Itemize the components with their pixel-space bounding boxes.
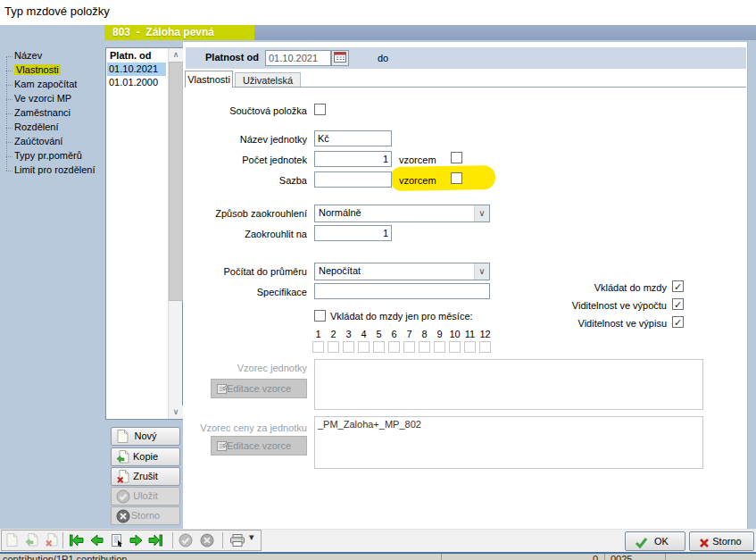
status-code: 0025 — [611, 554, 632, 560]
scroll-up-icon[interactable]: ∧ — [169, 48, 183, 62]
print-icon[interactable] — [229, 533, 245, 549]
rate-label: Sazba — [129, 175, 307, 186]
calendar-icon — [334, 54, 346, 64]
rounding-method-label: Způsob zaokrouhlení — [129, 208, 307, 219]
specification-input[interactable] — [314, 283, 490, 299]
tab-uzivatelska[interactable]: Uživatelská — [235, 72, 301, 88]
sidebar-item-typy-pr-pomeru[interactable]: Typy pr.poměrů — [6, 149, 103, 163]
validity-from-label: Platnost od — [205, 52, 259, 63]
save-record-button: Uložit — [111, 487, 180, 506]
average-select[interactable]: Nepočítat ∨ — [314, 263, 490, 280]
month-checkbox-3 — [343, 341, 354, 353]
month-number: 6 — [387, 329, 401, 339]
ok-check-icon — [635, 536, 648, 554]
month-checkbox-4 — [358, 341, 370, 353]
status-bar: contribution/1P1 contribution 0 0025 — [0, 552, 756, 560]
first-record-icon[interactable] — [69, 533, 84, 549]
sidebar-item-vlastnosti[interactable]: Vlastnosti — [6, 63, 103, 78]
status-separator — [604, 554, 605, 560]
month-number: 4 — [357, 329, 370, 339]
sidebar-item-limit-pro-rozdeleni[interactable]: Limit pro rozdělení — [6, 163, 103, 178]
month-number: 2 — [327, 329, 340, 339]
month-number: 8 — [418, 329, 431, 339]
months-enable-checkbox[interactable] — [314, 310, 326, 322]
rate-formula-checkbox[interactable] — [451, 172, 462, 184]
check-icon: ✓ — [674, 317, 682, 328]
visibility-calc-label: Viditelnost ve výpočtu — [488, 300, 667, 311]
delete-record-button[interactable]: Zrušit — [111, 467, 180, 486]
toolbar-separator — [172, 532, 173, 548]
calendar-button[interactable] — [331, 50, 349, 66]
sum-item-checkbox[interactable] — [314, 104, 326, 115]
month-checkbox-6 — [388, 341, 400, 353]
month-number: 1 — [312, 329, 325, 339]
prev-record-icon[interactable] — [89, 533, 104, 549]
storno-x-icon — [699, 536, 710, 554]
visibility-print-checkbox[interactable]: ✓ — [672, 316, 684, 328]
month-checkbox-2 — [328, 341, 339, 353]
tab-vlastnosti[interactable]: Vlastnosti — [185, 71, 233, 88]
month-checkbox-5 — [373, 341, 385, 353]
rounding-method-value: Normálně — [319, 207, 361, 218]
ok-button[interactable]: OK — [625, 531, 685, 551]
visibility-print-label: Viditelnost ve výpisu — [488, 318, 667, 329]
sidebar-item-zamestnanci[interactable]: Zaměstnanci — [6, 106, 103, 121]
month-checkbox-8 — [419, 341, 430, 353]
round-to-input[interactable] — [314, 225, 392, 241]
sidebar-item-rozdeleni[interactable]: Rozdělení — [6, 121, 103, 135]
storno-button[interactable]: Storno — [689, 531, 754, 551]
unit-count-formula-checkbox[interactable] — [451, 152, 462, 163]
sidebar-tree: Název Vlastnosti Kam započítat Ve vzorci… — [6, 49, 103, 178]
validity-from-date-input[interactable] — [265, 50, 331, 66]
unit-count-formula-label: vzorcem — [399, 155, 436, 165]
toolbar-separator — [222, 532, 223, 548]
delete-page-icon — [116, 470, 129, 489]
toolbar-new-icon — [5, 533, 18, 548]
unit-name-input[interactable] — [314, 130, 392, 146]
tab-divider — [185, 87, 746, 88]
cancel-x-icon — [116, 509, 130, 529]
copy-record-button[interactable]: Kopie — [111, 447, 180, 466]
average-label: Počítat do průměru — [129, 266, 307, 277]
month-number: 3 — [342, 329, 355, 339]
sidebar-item-ve-vzorci-mp[interactable]: Ve vzorci MP — [6, 92, 103, 106]
visibility-calc-checkbox[interactable]: ✓ — [672, 298, 684, 310]
rounding-method-select[interactable]: Normálně ∨ — [314, 205, 490, 222]
next-record-icon[interactable] — [129, 533, 144, 549]
rate-formula-label: vzorcem — [399, 175, 436, 186]
toolbar-save-icon — [179, 533, 193, 549]
sum-item-label: Součtová položka — [129, 105, 307, 116]
edit-unit-formula-button: Editace vzorce — [211, 379, 307, 398]
tree-connector-line — [6, 56, 7, 171]
chevron-down-icon[interactable]: ∨ — [474, 205, 489, 221]
insert-to-wage-checkbox[interactable]: ✓ — [672, 280, 684, 292]
new-record-button[interactable]: Nový — [111, 427, 180, 446]
validity-to-label: do — [378, 53, 388, 63]
month-checkbox-11 — [464, 341, 476, 353]
month-checkbox-9 — [434, 341, 445, 353]
print-menu-caret-icon[interactable]: ▾ — [249, 531, 254, 543]
unit-count-label: Počet jednotek — [129, 155, 307, 165]
edit-formula-icon — [216, 382, 228, 400]
edit-price-formula-button: Editace vzorce — [211, 436, 307, 456]
list-item[interactable]: 01.10.2021 — [107, 63, 166, 76]
last-record-icon[interactable] — [148, 533, 163, 549]
new-page-icon — [116, 430, 129, 448]
unit-count-input[interactable] — [314, 151, 392, 167]
sidebar-item-kam-zapocitat[interactable]: Kam započítat — [6, 78, 103, 92]
price-formula-textarea: _PM_Zaloha+_MP_802 — [314, 416, 703, 469]
average-value: Nepočítat — [319, 265, 361, 276]
toolbar-storno-icon — [200, 533, 214, 549]
record-list-icon[interactable] — [110, 533, 124, 549]
status-separator — [665, 554, 666, 560]
list-item[interactable]: 01.01.2000 — [107, 76, 166, 89]
chevron-down-icon[interactable]: ∨ — [474, 263, 489, 280]
unit-name-label: Název jednotky — [129, 134, 307, 145]
sidebar-item-zauctovani[interactable]: Zaúčtování — [6, 135, 103, 149]
rate-input[interactable] — [314, 171, 392, 188]
item-code-and-name: 803 - Záloha pevná — [112, 26, 214, 38]
sidebar-item-nazev[interactable]: Název — [6, 49, 103, 63]
month-number: 12 — [478, 329, 492, 339]
scroll-down-icon[interactable]: ∨ — [169, 405, 183, 419]
check-icon: ✓ — [674, 281, 682, 292]
